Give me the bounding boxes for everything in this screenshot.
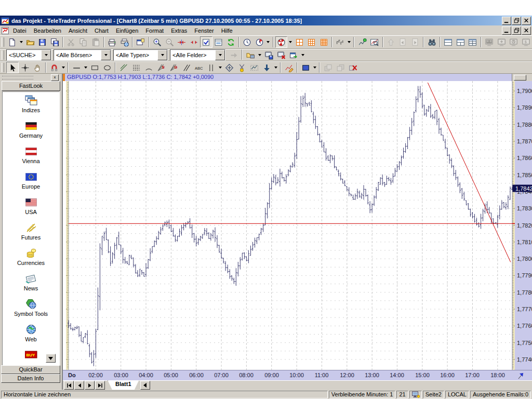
menu-ansicht[interactable]: Ansicht xyxy=(65,26,91,35)
vertical-line-tool-button[interactable] xyxy=(205,62,217,73)
text-tool-button[interactable]: ABC xyxy=(192,62,205,73)
retracement-tool-button[interactable] xyxy=(130,62,142,73)
grid-fine-button[interactable] xyxy=(317,36,330,48)
list-scroll-down-button[interactable] xyxy=(46,354,56,363)
chevron-down-icon[interactable] xyxy=(101,50,111,60)
new-chart-window-button[interactable] xyxy=(135,36,147,48)
intraday-clock-button[interactable] xyxy=(241,36,254,48)
goto-window-button[interactable] xyxy=(287,49,300,61)
open-workspace-button[interactable] xyxy=(24,36,36,48)
menu-chart[interactable]: Chart xyxy=(91,26,112,35)
regression-tool-button[interactable] xyxy=(248,62,260,73)
rectangle-tool-button[interactable] xyxy=(88,62,101,73)
pointer-tool-button[interactable] xyxy=(6,62,19,73)
tick-style-dropdown[interactable] xyxy=(347,36,352,48)
chevron-down-icon[interactable] xyxy=(41,50,51,60)
title-bar[interactable]: das Projekt - TeleTrader Professional - … xyxy=(0,16,532,25)
parallel-lines-tool-button[interactable] xyxy=(180,62,192,73)
speed-fan-tool-button[interactable]: S xyxy=(155,62,167,73)
menu-einfgen[interactable]: Einfügen xyxy=(112,26,142,35)
history-clock-button[interactable] xyxy=(253,36,265,48)
tab-fastlook[interactable]: FastLook xyxy=(2,81,60,91)
minimize-button[interactable] xyxy=(502,26,511,35)
grid-coarse-button[interactable] xyxy=(293,36,305,48)
restore-button[interactable] xyxy=(512,17,521,25)
menu-datei[interactable]: Datei xyxy=(9,26,30,35)
analyze-chart-button[interactable] xyxy=(368,36,381,48)
menu-fenster[interactable]: Fenster xyxy=(191,26,217,35)
delete-drawing-button[interactable] xyxy=(347,62,359,73)
sidebar-item-germany[interactable]: Germany xyxy=(3,117,59,143)
menu-extras[interactable]: Extras xyxy=(167,26,191,35)
chart-canvas[interactable]: 1,79001,78901,78801,78701,78601,78501,78… xyxy=(63,81,532,370)
line-tool-dropdown[interactable] xyxy=(83,62,88,73)
sidebar-item-usa[interactable]: USA xyxy=(3,194,59,219)
field-combo[interactable]: <Alle Felder> xyxy=(170,49,225,61)
print-button[interactable] xyxy=(106,36,118,48)
quickbar-button[interactable]: QuickBar xyxy=(1,365,60,374)
zoom-in-button[interactable] xyxy=(151,36,164,48)
tab-first-button[interactable] xyxy=(64,381,74,390)
snap-magnet-dropdown[interactable] xyxy=(60,62,66,73)
ellipse-tool-button[interactable] xyxy=(101,62,113,73)
open-page-monitor-button[interactable] xyxy=(244,49,257,61)
sidebar-item-web[interactable]: Web xyxy=(3,321,59,347)
sidebar-grip[interactable] xyxy=(2,76,33,79)
minimize-button[interactable] xyxy=(502,17,511,25)
open-page-monitor-dropdown[interactable] xyxy=(257,49,262,61)
time-axis[interactable]: Do02:0003:0004:0005:0006:0007:0008:0009:… xyxy=(63,370,532,380)
menu-bearbeiten[interactable]: Bearbeiten xyxy=(30,26,65,35)
vertical-line-tool-dropdown[interactable] xyxy=(217,62,223,73)
grid-medium-button[interactable] xyxy=(305,36,318,48)
new-document-button[interactable] xyxy=(6,36,19,48)
layout-split-button[interactable] xyxy=(455,36,467,48)
toolbar-grip[interactable] xyxy=(2,50,4,60)
snap-magnet-button[interactable] xyxy=(48,62,60,73)
expand-timescale-button[interactable] xyxy=(188,36,200,48)
menu-hilfe[interactable]: Hilfe xyxy=(218,26,236,35)
price-scale-toggle-button[interactable] xyxy=(200,36,212,48)
arrow-tool-button[interactable] xyxy=(260,62,273,73)
new-document-dropdown[interactable] xyxy=(19,36,24,48)
time-flag-icon[interactable] xyxy=(517,371,525,379)
arc-tool-button[interactable] xyxy=(142,62,155,73)
scrollbar-thumb[interactable] xyxy=(514,75,526,81)
tab-last-button[interactable] xyxy=(95,381,105,390)
expansion-tool-button[interactable] xyxy=(223,62,235,73)
tab-next-button[interactable] xyxy=(85,381,95,390)
sidebar-item-indizes[interactable]: Indizes xyxy=(3,92,59,117)
sidebar-item-europe[interactable]: Europe xyxy=(3,168,59,194)
line-tool-button[interactable] xyxy=(70,62,83,73)
layout-grid-button[interactable] xyxy=(467,36,479,48)
sidebar-item-futures[interactable]: Futures xyxy=(3,219,59,245)
history-clock-dropdown[interactable] xyxy=(265,36,271,48)
period-pie-dropdown[interactable] xyxy=(287,36,293,48)
line-color-dropdown[interactable] xyxy=(312,62,317,73)
close-button[interactable] xyxy=(522,26,531,35)
sidebar-item-symbol-tools[interactable]: Symbol Tools xyxy=(3,296,59,321)
tick-style-button[interactable] xyxy=(334,36,347,48)
gann-fan-tool-button[interactable]: G xyxy=(167,62,180,73)
close-page-monitor-button[interactable] xyxy=(275,49,287,61)
tab-scroll-left-button[interactable] xyxy=(140,381,150,390)
layout-rows-button[interactable] xyxy=(442,36,455,48)
period-pie-button[interactable] xyxy=(275,36,288,48)
type-combo[interactable]: <Alle Typen> xyxy=(113,49,168,61)
sidebar-item-currencies[interactable]: Currencies xyxy=(3,245,59,270)
toolbar-grip[interactable] xyxy=(2,37,4,47)
chevron-down-icon[interactable] xyxy=(215,50,225,60)
cut-tool-button[interactable] xyxy=(235,62,248,73)
sidebar-item-news[interactable]: News xyxy=(3,270,59,296)
chevron-down-icon[interactable] xyxy=(157,50,167,60)
sidebar-item-vienna[interactable]: Vienna xyxy=(3,143,59,168)
toolbar-grip[interactable] xyxy=(2,63,4,72)
arrow-tool-dropdown[interactable] xyxy=(273,62,278,73)
save-desktop-button[interactable] xyxy=(49,36,61,48)
crosshair-tool-button[interactable] xyxy=(19,62,31,73)
menu-format[interactable]: Format xyxy=(142,26,167,35)
goto-window-dropdown[interactable] xyxy=(300,49,305,61)
refresh-data-button[interactable] xyxy=(224,36,237,48)
close-icon[interactable]: x xyxy=(51,74,59,81)
symbol-search-combo[interactable]: <SUCHE> xyxy=(6,49,51,61)
save-button[interactable] xyxy=(36,36,49,48)
